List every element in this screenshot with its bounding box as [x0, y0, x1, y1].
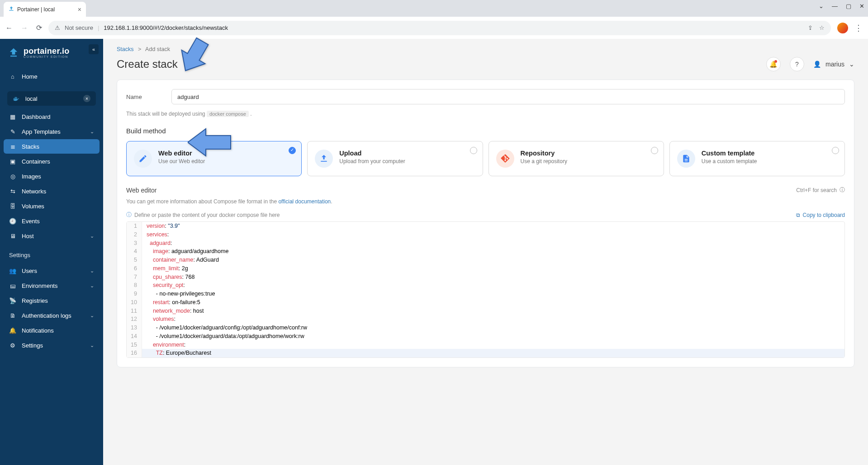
help-icon: ⓘ [840, 186, 845, 194]
settings-section-label: Settings [0, 245, 103, 261]
sidebar-item-environments[interactable]: 🖴 Environments ⌄ [4, 278, 100, 293]
method-custom-template[interactable]: Custom template Use a custom template [669, 141, 845, 176]
not-secure-icon: ⚠ [55, 24, 60, 31]
brand-name: portainer.io [24, 47, 70, 56]
sidebar-env-local[interactable]: local × [7, 91, 96, 106]
name-label: Name [126, 94, 162, 100]
copy-to-clipboard-button[interactable]: ⧉ Copy to clipboard [796, 212, 845, 218]
chevron-down-icon: ⌄ [849, 61, 854, 68]
code-line[interactable]: 4 image: adguard/adguardhome [127, 247, 844, 256]
sidebar-item-users[interactable]: 👥 Users ⌄ [4, 263, 100, 278]
stack-name-input[interactable] [171, 89, 845, 104]
chevron-down-icon: ⌄ [90, 129, 94, 135]
create-stack-panel: Name This stack will be deployed using d… [117, 80, 854, 367]
user-name: marius [825, 61, 844, 68]
compose-editor[interactable]: 1version: "3.9"2services:3 adguard:4 ima… [126, 221, 845, 358]
build-method-grid: Web editor Use our Web editor Upload Upl… [126, 141, 845, 176]
radio-icon [289, 147, 296, 154]
kebab-menu-icon[interactable]: ⋮ [854, 23, 863, 33]
home-icon: ⌂ [9, 73, 16, 80]
not-secure-label: Not secure [65, 24, 93, 31]
code-line[interactable]: 1version: "3.9" [127, 222, 844, 230]
method-upload[interactable]: Upload Upload from your computer [307, 141, 483, 176]
code-line[interactable]: 6 mem_limit: 2g [127, 264, 844, 273]
breadcrumb: Stacks > Add stack [103, 39, 868, 55]
gear-icon: ⚙ [9, 342, 16, 349]
database-icon: 🗄 [9, 202, 16, 210]
code-line[interactable]: 5 container_name: AdGuard [127, 256, 844, 264]
share-icon[interactable]: ⇪ [808, 24, 813, 31]
sidebar-item-volumes[interactable]: 🗄 Volumes [4, 199, 100, 213]
code-line[interactable]: 12 volumes: [127, 315, 844, 324]
code-line[interactable]: 14 - /volume1/docker/adguard/data:/opt/a… [127, 332, 844, 341]
code-line[interactable]: 11 network_mode: host [127, 307, 844, 315]
sidebar-item-containers[interactable]: ▣ Containers [4, 154, 100, 169]
server-icon: 🖥 [9, 232, 16, 240]
sidebar-collapse-button[interactable]: « [89, 44, 99, 54]
close-window-icon[interactable]: ✕ [859, 3, 864, 9]
code-line[interactable]: 15 environment: [127, 341, 844, 349]
share-icon: ⇆ [9, 188, 16, 195]
edit-icon [134, 150, 152, 168]
address-bar: ← → ⟳ ⚠ Not secure | 192.168.1.18:9000/#… [0, 17, 868, 39]
code-line[interactable]: 9 - no-new-privileges:true [127, 290, 844, 298]
docs-link[interactable]: official documentation [278, 198, 331, 205]
env-close-icon[interactable]: × [83, 95, 90, 102]
method-repository[interactable]: Repository Use a git repository [489, 141, 664, 176]
breadcrumb-current: Add stack [145, 46, 170, 52]
sidebar-item-notifications[interactable]: 🔔 Notifications [4, 323, 100, 338]
code-line[interactable]: 3 adguard: [127, 239, 844, 248]
method-web-editor[interactable]: Web editor Use our Web editor [126, 141, 302, 176]
bell-icon: 🔔 [9, 327, 16, 334]
profile-avatar[interactable] [837, 23, 848, 33]
disc-icon: ◎ [9, 173, 16, 180]
dashboard-icon: ▦ [9, 113, 16, 120]
editor-search-hint: Ctrl+F for search ⓘ [796, 186, 845, 194]
breadcrumb-root[interactable]: Stacks [117, 46, 134, 52]
editor-title: Web editor [126, 187, 157, 194]
clock-icon: 🕘 [9, 217, 16, 225]
browser-tab[interactable]: Portainer | local × [4, 2, 86, 17]
upload-icon [315, 150, 333, 168]
sidebar-item-home[interactable]: ⌂ Home [4, 69, 100, 84]
sidebar-item-dashboard[interactable]: ▦ Dashboard [4, 109, 100, 124]
forward-icon[interactable]: → [21, 24, 28, 32]
logo[interactable]: portainer.io COMMUNITY EDITION [0, 44, 103, 67]
code-line[interactable]: 16 TZ: Europe/Bucharest [127, 349, 844, 357]
sidebar-item-registries[interactable]: 📡 Registries [4, 293, 100, 308]
sidebar-item-events[interactable]: 🕘 Events [4, 214, 100, 228]
brand-sub: COMMUNITY EDITION [24, 55, 70, 58]
radio-icon: 📡 [9, 297, 16, 304]
minimize-icon[interactable]: — [832, 3, 838, 9]
sidebar-item-app-templates[interactable]: ✎ App Templates ⌄ [4, 124, 100, 139]
back-icon[interactable]: ← [5, 24, 13, 32]
sidebar-item-networks[interactable]: ⇆ Networks [4, 184, 100, 198]
code-line[interactable]: 2services: [127, 230, 844, 239]
page-title: Create stack [117, 58, 178, 70]
user-menu[interactable]: 👤 marius ⌄ [813, 61, 854, 68]
notifications-button[interactable]: 🔔 [766, 57, 781, 71]
list-icon: 🗎 [9, 312, 16, 319]
sidebar-item-settings[interactable]: ⚙ Settings ⌄ [4, 338, 100, 352]
code-line[interactable]: 10 restart: on-failure:5 [127, 298, 844, 307]
chevron-down-icon[interactable]: ⌄ [819, 3, 824, 9]
code-line[interactable]: 7 cpu_shares: 768 [127, 273, 844, 282]
reload-icon[interactable]: ⟳ [36, 23, 42, 32]
tab-close-icon[interactable]: × [78, 6, 81, 13]
chevron-down-icon: ⌄ [90, 343, 94, 348]
sidebar-item-stacks[interactable]: ≣ Stacks [4, 139, 100, 154]
sidebar-item-images[interactable]: ◎ Images [4, 169, 100, 183]
radio-icon [651, 147, 658, 154]
bookmark-icon[interactable]: ☆ [819, 24, 825, 31]
maximize-icon[interactable]: ▢ [846, 3, 851, 9]
hdd-icon: 🖴 [9, 282, 16, 289]
url-box[interactable]: ⚠ Not secure | 192.168.1.18:9000/#!/2/do… [48, 21, 831, 35]
code-line[interactable]: 8 security_opt: [127, 281, 844, 290]
sidebar-item-host[interactable]: 🖥 Host ⌄ [4, 229, 100, 243]
radio-icon [470, 147, 477, 154]
help-button[interactable]: ? [790, 57, 804, 71]
chevron-down-icon: ⌄ [90, 233, 94, 239]
code-line[interactable]: 13 - /volume1/docker/adguard/config:/opt… [127, 324, 844, 332]
user-icon: 👤 [813, 61, 821, 68]
sidebar-item-auth-logs[interactable]: 🗎 Authentication logs ⌄ [4, 308, 100, 323]
